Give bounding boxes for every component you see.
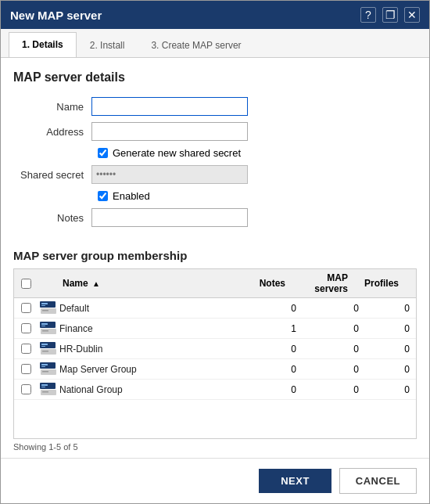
titlebar: New MAP server ? ❐ ✕ [1, 1, 429, 29]
server-group-icon [40, 383, 57, 396]
server-group-icon [40, 301, 57, 315]
tab-bar: 1. Details 2. Install 3. Create MAP serv… [1, 29, 429, 58]
generate-secret-checkbox[interactable] [98, 148, 108, 158]
row-map-servers: 0 [303, 344, 365, 355]
name-label: Name [13, 101, 91, 113]
row-notes: 0 [248, 364, 303, 375]
restore-icon[interactable]: ❐ [382, 7, 398, 23]
form-section: MAP server details Name Address Generate… [13, 70, 417, 233]
header-notes-col[interactable]: Notes [237, 278, 292, 289]
dialog-footer: NEXT CANCEL [1, 458, 429, 503]
row-notes: 0 [248, 303, 303, 314]
svg-rect-9 [42, 330, 48, 332]
row-checkbox-col [14, 303, 38, 313]
header-map-col[interactable]: MAP servers [292, 272, 354, 294]
row-icon-col [38, 322, 59, 335]
row-notes: 0 [248, 384, 303, 395]
svg-rect-1 [41, 303, 48, 304]
notes-row: Notes [13, 208, 417, 227]
row-profiles: 0 [365, 364, 416, 375]
enabled-row: Enabled [98, 190, 417, 202]
svg-rect-16 [41, 364, 48, 365]
row-map-servers: 0 [303, 323, 365, 334]
close-icon[interactable]: ✕ [404, 7, 420, 23]
generate-secret-label: Generate new shared secret [113, 147, 241, 159]
row-name: Finance [59, 323, 248, 334]
row-profiles: 0 [365, 344, 416, 355]
enabled-label: Enabled [113, 190, 150, 202]
row-checkbox-col [14, 344, 38, 354]
next-button[interactable]: NEXT [259, 469, 331, 493]
table-body[interactable]: Default 0 0 0 Finance 1 0 0 [14, 298, 416, 438]
row-checkbox-col [14, 384, 38, 394]
header-checkbox-col [14, 279, 38, 289]
server-group-icon [40, 342, 57, 355]
svg-rect-19 [42, 371, 48, 373]
header-name-col[interactable]: Name ▲ [59, 278, 237, 289]
svg-rect-22 [41, 387, 45, 387]
help-icon[interactable]: ? [360, 7, 376, 23]
server-group-icon [40, 362, 57, 376]
table-row[interactable]: Default 0 0 0 [14, 298, 416, 319]
row-name: Default [59, 303, 248, 314]
svg-rect-21 [41, 384, 48, 386]
group-section-title: MAP server group membership [13, 249, 417, 262]
row-icon-col [38, 301, 59, 315]
row-checkbox-3[interactable] [21, 364, 31, 374]
titlebar-icons: ? ❐ ✕ [360, 7, 420, 23]
select-all-checkbox[interactable] [21, 279, 31, 289]
dialog-title: New MAP server [10, 9, 102, 22]
table-header: Name ▲ Notes MAP servers Profiles [14, 269, 416, 298]
shared-secret-row: Shared secret [13, 165, 417, 184]
tab-create[interactable]: 3. Create MAP server [138, 33, 254, 57]
svg-rect-11 [41, 344, 48, 345]
showing-text: Showing 1-5 of 5 [13, 442, 417, 452]
sort-arrow-icon: ▲ [92, 279, 100, 288]
row-checkbox-col [14, 364, 38, 374]
group-table: Name ▲ Notes MAP servers Profiles [13, 268, 417, 439]
row-map-servers: 0 [303, 364, 365, 375]
row-checkbox-col [14, 323, 38, 333]
row-icon-col [38, 362, 59, 376]
svg-rect-4 [42, 310, 48, 311]
row-checkbox-0[interactable] [21, 303, 31, 313]
svg-rect-14 [42, 351, 48, 352]
enabled-checkbox[interactable] [98, 191, 108, 201]
cancel-button[interactable]: CANCEL [339, 468, 417, 494]
row-icon-col [38, 383, 59, 396]
svg-rect-12 [41, 346, 45, 347]
notes-label: Notes [13, 212, 91, 224]
table-row[interactable]: Map Server Group 0 0 0 [14, 359, 416, 380]
row-checkbox-2[interactable] [21, 344, 31, 354]
dialog-body: MAP server details Name Address Generate… [1, 58, 429, 458]
row-profiles: 0 [365, 384, 416, 395]
address-row: Address [13, 122, 417, 141]
table-row[interactable]: Finance 1 0 0 [14, 319, 416, 339]
row-checkbox-1[interactable] [21, 323, 31, 333]
tab-install[interactable]: 2. Install [77, 33, 138, 57]
table-row[interactable]: HR-Dublin 0 0 0 [14, 339, 416, 359]
svg-rect-6 [41, 323, 48, 325]
form-section-title: MAP server details [13, 70, 417, 85]
address-input[interactable] [91, 122, 248, 141]
svg-rect-7 [41, 326, 45, 326]
tab-details[interactable]: 1. Details [9, 32, 77, 57]
dialog: New MAP server ? ❐ ✕ 1. Details 2. Insta… [0, 0, 430, 504]
server-group-icon [40, 322, 57, 335]
row-profiles: 0 [365, 323, 416, 334]
shared-secret-input[interactable] [91, 165, 248, 184]
svg-rect-24 [42, 391, 48, 393]
svg-rect-2 [41, 305, 45, 306]
row-checkbox-4[interactable] [21, 384, 31, 394]
name-row: Name [13, 97, 417, 116]
name-input[interactable] [91, 97, 248, 116]
row-name: National Group [59, 384, 248, 395]
header-profiles-col[interactable]: Profiles [354, 278, 405, 289]
row-notes: 0 [248, 344, 303, 355]
table-row[interactable]: National Group 0 0 0 [14, 380, 416, 400]
shared-secret-label: Shared secret [13, 169, 91, 181]
row-name: Map Server Group [59, 364, 248, 375]
svg-rect-17 [41, 366, 45, 367]
notes-input[interactable] [91, 208, 248, 227]
row-map-servers: 0 [303, 303, 365, 314]
